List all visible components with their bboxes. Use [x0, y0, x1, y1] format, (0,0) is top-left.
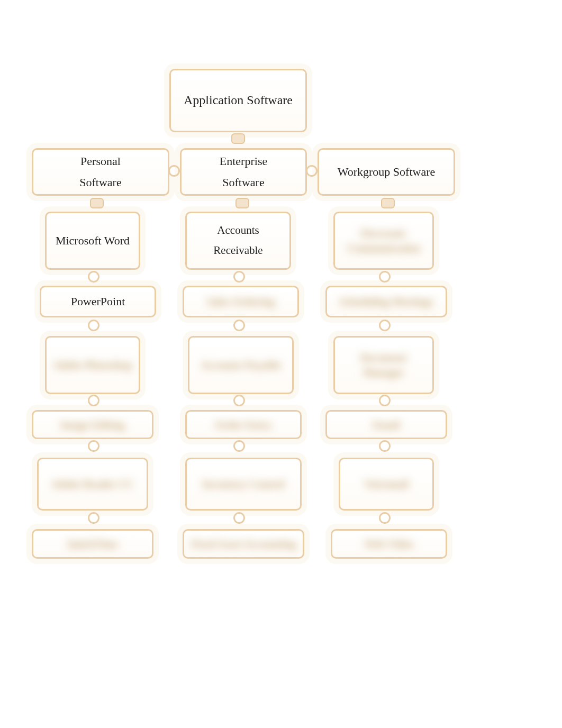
- node-item: Inventory Control: [185, 458, 302, 511]
- node-cat-personal: Personal Software: [32, 148, 169, 196]
- connector-circle: [379, 320, 391, 331]
- node-item-label: Image Editing: [60, 417, 125, 432]
- connector-circle: [88, 395, 99, 406]
- connector-circle: [379, 271, 391, 283]
- connector-circle: [379, 395, 391, 406]
- connector-nub: [90, 198, 104, 208]
- node-item-label: Adobe Photoshop: [53, 358, 133, 372]
- node-item-label: PowerPoint: [71, 291, 125, 312]
- node-item-label: Inventory Control: [202, 477, 285, 492]
- node-item-label: Order Entry: [215, 417, 272, 432]
- node-item-label: Voicemail: [364, 477, 409, 492]
- node-cat-personal-label: Personal Software: [79, 151, 121, 193]
- node-cat-workgroup: Workgroup Software: [318, 148, 455, 196]
- connector-circle: [88, 320, 99, 331]
- node-item: PowerPoint: [40, 286, 156, 317]
- node-item-label: Accounts Receivable: [192, 221, 284, 261]
- node-item-label: Web Video: [365, 536, 414, 551]
- node-item-label: Accounts Payable: [201, 358, 281, 372]
- node-item: Microsoft Word: [45, 212, 140, 270]
- node-cat-enterprise: Enterprise Software: [180, 148, 307, 196]
- node-item-label: Document Manager: [340, 350, 427, 380]
- connector-circle: [233, 320, 245, 331]
- node-item: Document Manager: [333, 336, 434, 394]
- connector-circle: [379, 512, 391, 524]
- connector-circle: [88, 440, 99, 452]
- node-item-label: Email: [373, 417, 400, 432]
- node-item-label: QuickTime: [67, 536, 118, 551]
- node-item: Voicemail: [339, 458, 434, 511]
- node-cat-workgroup-label: Workgroup Software: [338, 161, 436, 183]
- connector-circle: [306, 165, 318, 177]
- connector-circle: [233, 440, 245, 452]
- node-root-label: Application Software: [184, 89, 293, 112]
- node-item: Image Editing: [32, 410, 153, 439]
- connector-circle: [233, 271, 245, 283]
- connector-circle: [168, 165, 180, 177]
- node-cat-enterprise-label: Enterprise Software: [220, 151, 267, 193]
- node-item: Adobe Photoshop: [45, 336, 140, 394]
- connector-nub: [235, 198, 249, 208]
- connector-circle: [88, 512, 99, 524]
- connector-nub: [381, 198, 395, 208]
- node-item-label: Fixed Asset Accounting: [191, 536, 296, 551]
- node-item-label: Scheduling Meetings: [339, 294, 433, 309]
- connector-circle: [379, 440, 391, 452]
- node-item-label: Microsoft Word: [56, 230, 130, 251]
- node-item-label: Sales Ordering: [207, 294, 275, 309]
- connector-nub: [231, 133, 245, 144]
- node-root: Application Software: [169, 69, 307, 132]
- node-item-label: Electronic Communication: [340, 226, 427, 256]
- node-item: Adobe Reader CC: [37, 458, 148, 511]
- connector-circle: [233, 395, 245, 406]
- connector-circle: [88, 271, 99, 283]
- node-item: Fixed Asset Accounting: [183, 529, 304, 559]
- node-item-label: Adobe Reader CC: [51, 477, 134, 492]
- node-item: Scheduling Meetings: [325, 286, 447, 317]
- node-item: Electronic Communication: [333, 212, 434, 270]
- node-item: QuickTime: [32, 529, 153, 559]
- node-item: Web Video: [331, 529, 447, 559]
- node-item: Accounts Payable: [188, 336, 294, 394]
- node-item: Accounts Receivable: [185, 212, 291, 270]
- node-item: Email: [325, 410, 447, 439]
- node-item: Order Entry: [185, 410, 302, 439]
- connector-circle: [233, 512, 245, 524]
- node-item: Sales Ordering: [183, 286, 299, 317]
